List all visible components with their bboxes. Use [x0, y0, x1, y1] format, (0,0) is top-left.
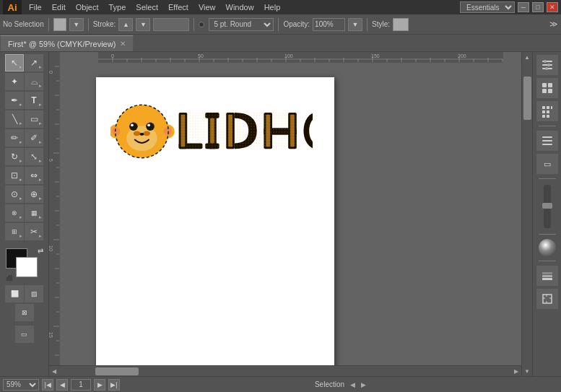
menu-view[interactable]: View [194, 2, 220, 12]
fill-options-btn[interactable]: ▼ [69, 18, 84, 31]
shape-tool[interactable]: ▭ ▸ [25, 110, 43, 128]
svg-rect-98 [179, 113, 297, 149]
screen-mode-btn[interactable]: ▭ [15, 326, 34, 343]
warp-tool[interactable]: ⊡ ▸ [5, 167, 24, 184]
svg-text:0: 0 [111, 53, 114, 58]
color-mode-row: ⬜ ▨ [1, 285, 47, 302]
style-swatch[interactable] [393, 18, 409, 31]
width-tool[interactable]: ⇔ ▸ [25, 167, 43, 184]
page-number-input[interactable] [71, 379, 91, 391]
none-color-btn[interactable]: ⊠ [15, 304, 34, 321]
zoom-select[interactable]: 59% 100% 50% 200% [3, 379, 39, 391]
brush-size-select[interactable]: 5 pt. Round [209, 18, 274, 31]
color-mode-btn[interactable]: ⬜ [5, 285, 24, 302]
menu-select[interactable]: Select [131, 2, 162, 12]
tab-bar: First* @ 59% (CMYK/Preview) ✕ [0, 35, 561, 52]
stroke-down-btn[interactable]: ▼ [136, 18, 150, 31]
eyedropper-tool[interactable]: ⊙ ▸ [5, 186, 24, 203]
reset-colors-btn[interactable]: ⬛ [6, 275, 13, 282]
panel-btn-3[interactable] [536, 101, 558, 121]
svg-rect-110 [542, 106, 545, 109]
swap-colors-btn[interactable]: ⇄ [38, 247, 43, 255]
minimize-button[interactable]: ─ [518, 2, 529, 12]
menu-effect[interactable]: Effect [164, 2, 193, 12]
artboard-tool[interactable]: ⊞ ▸ [5, 223, 24, 240]
panel-slider[interactable] [544, 185, 551, 228]
rotate-tool[interactable]: ↻ ▸ [5, 148, 24, 165]
close-button[interactable]: ✕ [547, 2, 558, 12]
svg-text:100: 100 [284, 53, 293, 58]
logo-area [110, 99, 313, 164]
blend-tool[interactable]: ⊕ ▸ [25, 186, 43, 203]
vertical-scrollbar[interactable]: ▲ ▼ [521, 52, 532, 376]
scroll-right-btn[interactable]: ▶ [511, 366, 521, 376]
paintbrush-tool[interactable]: ✏ ▸ [5, 129, 24, 147]
svg-text:200: 200 [458, 53, 466, 58]
slice-tool[interactable]: ✂ ▸ [25, 223, 43, 240]
stroke-color-input[interactable] [153, 18, 189, 31]
menu-help[interactable]: Help [260, 2, 285, 12]
lasso-tool[interactable]: ⌓ ▸ [25, 73, 43, 90]
scroll-left-btn[interactable]: ◀ [49, 366, 59, 376]
fill-swatch[interactable] [53, 18, 66, 31]
direct-selection-tool[interactable]: ↗ ▸ [25, 54, 43, 71]
maximize-button[interactable]: □ [532, 2, 544, 12]
tab-close-btn[interactable]: ✕ [120, 40, 126, 48]
scroll-up-btn[interactable]: ▲ [522, 52, 532, 62]
tab-first[interactable]: First* @ 59% (CMYK/Preview) ✕ [0, 35, 134, 51]
scale-tool[interactable]: ⤡ ▸ [25, 148, 43, 165]
line-tool[interactable]: ╲ ▸ [5, 110, 24, 128]
panel-btn-4[interactable] [536, 131, 558, 151]
background-color[interactable] [16, 257, 38, 277]
stroke-up-btn[interactable]: ▲ [118, 18, 133, 31]
status-next-arrow[interactable]: ▶ [361, 381, 366, 388]
panel-btn-5[interactable]: ▭ [536, 154, 558, 174]
prev-page-btn[interactable]: ◀ [56, 379, 68, 391]
svg-rect-120 [542, 278, 552, 280]
tool-row-10: ⊞ ▸ ✂ ▸ [1, 223, 47, 240]
svg-rect-113 [542, 110, 545, 113]
panel-layers-btn[interactable] [536, 266, 558, 286]
panel-btn-2[interactable] [536, 78, 558, 98]
svg-text:50: 50 [198, 53, 204, 58]
essentials-select[interactable]: Essentials [460, 1, 515, 13]
menu-type[interactable]: Type [105, 2, 131, 12]
type-tool[interactable]: T ▸ [25, 92, 43, 109]
graph-tool[interactable]: ▦ ▸ [25, 204, 43, 222]
ruler-h-svg: 0 50 100 150 200 [98, 52, 503, 63]
svg-rect-37 [49, 52, 60, 365]
magic-wand-tool[interactable]: ✦ [5, 73, 24, 90]
horizontal-scrollbar[interactable]: ◀ ▶ [49, 365, 521, 376]
panel-artboard-btn[interactable] [536, 289, 558, 309]
symbol-tool[interactable]: ⊗ ▸ [5, 204, 24, 222]
menu-edit[interactable]: Edit [48, 2, 70, 12]
last-page-btn[interactable]: ▶| [108, 379, 120, 391]
tool-row-7: ⊡ ▸ ⇔ ▸ [1, 167, 47, 184]
gradient-mode-btn[interactable]: ▨ [25, 285, 43, 302]
panel-divider-1 [539, 126, 556, 126]
status-prev-arrow[interactable]: ◀ [350, 381, 355, 388]
opacity-input[interactable] [313, 18, 345, 31]
panel-divider-3 [539, 234, 556, 235]
menu-window[interactable]: Window [222, 2, 258, 12]
toolbar-more-btn[interactable]: ≫ [549, 19, 558, 29]
opacity-dropdown-btn[interactable]: ▼ [348, 18, 362, 31]
horizontal-scroll-thumb[interactable] [95, 367, 139, 375]
pen-tool[interactable]: ✒ ▸ [5, 92, 24, 109]
document-canvas[interactable] [96, 77, 334, 365]
vertical-scroll-thumb[interactable] [523, 77, 531, 120]
scroll-down-btn[interactable]: ▼ [522, 366, 532, 376]
selection-tool[interactable]: ↖ ▸ [5, 54, 24, 71]
svg-rect-114 [547, 110, 549, 113]
first-page-btn[interactable]: |◀ [42, 379, 53, 391]
menu-object[interactable]: Object [71, 2, 103, 12]
color-wheel[interactable] [539, 239, 556, 256]
panel-btn-1[interactable] [536, 55, 558, 75]
next-page-btn[interactable]: ▶ [94, 379, 105, 391]
toolbar-divider-5 [367, 18, 368, 31]
panel-slider-thumb[interactable] [542, 203, 552, 209]
menu-file[interactable]: File [25, 2, 46, 12]
pencil-tool[interactable]: ✐ ▸ [25, 129, 43, 147]
no-selection-label: No Selection [3, 20, 44, 28]
screen-mode-row: ▭ [1, 326, 47, 343]
